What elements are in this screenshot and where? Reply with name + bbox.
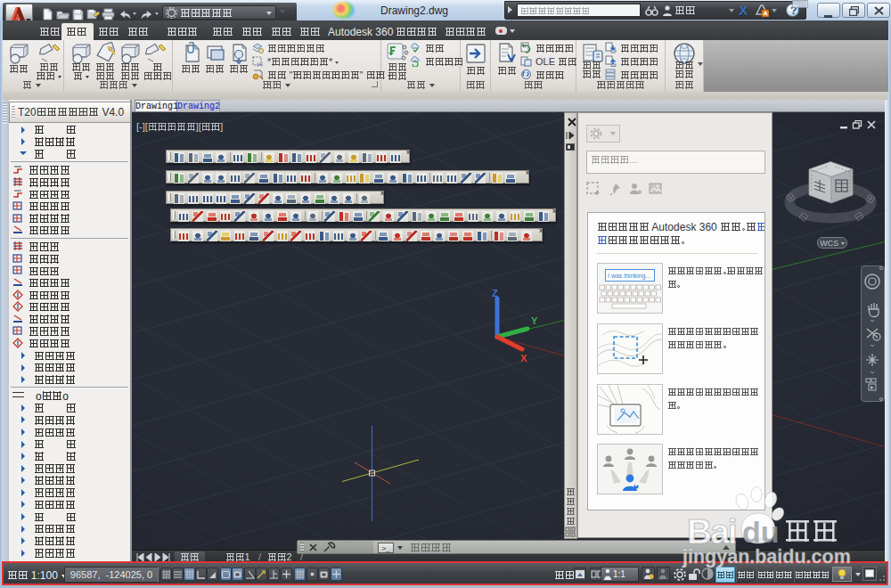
svg-text:(x): (x) [257, 61, 263, 67]
